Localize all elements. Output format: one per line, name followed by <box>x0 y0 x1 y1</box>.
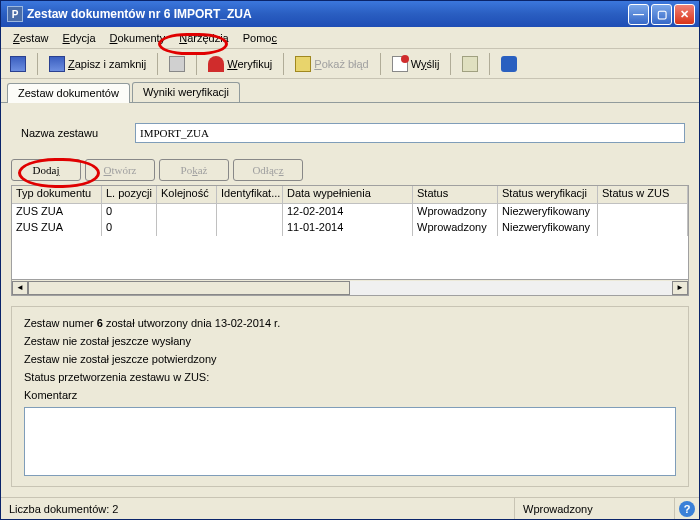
col-data[interactable]: Data wypełnienia <box>283 186 413 203</box>
verify-button[interactable]: Weryfikuj <box>203 52 277 76</box>
col-status-zus[interactable]: Status w ZUS <box>598 186 688 203</box>
show-error-button: Pokaż błąd <box>290 52 373 76</box>
cell-kol <box>157 220 217 236</box>
tab-label: Wyniki weryfikacji <box>143 86 229 98</box>
info-not-confirmed: Zestaw nie został jeszcze potwierdzony <box>24 353 676 365</box>
floppy-close-icon <box>49 56 65 72</box>
col-kol[interactable]: Kolejność <box>157 186 217 203</box>
save-close-button[interactable]: Zapisz i zamknij <box>44 52 151 76</box>
mail-send-icon <box>392 56 408 72</box>
button-label: Weryfikuj <box>227 58 272 70</box>
separator <box>380 53 381 75</box>
window-title: Zestaw dokumentów nr 6 IMPORT_ZUA <box>27 7 628 21</box>
cell-data: 11-01-2014 <box>283 220 413 236</box>
check-icon <box>208 56 224 72</box>
documents-grid[interactable]: Typ dokumentu L. pozycji Kolejność Ident… <box>11 185 689 280</box>
status-doc-count: Liczba dokumentów: 2 <box>1 498 515 519</box>
scroll-left-icon[interactable]: ◄ <box>12 281 28 295</box>
floppy-icon <box>10 56 26 72</box>
printer-icon <box>169 56 185 72</box>
help-button[interactable] <box>496 52 522 76</box>
warning-icon <box>295 56 311 72</box>
menubar: Zestaw Edycja Dokumenty Narzędzia Pomoc <box>1 27 699 49</box>
cell-lp: 0 <box>102 220 157 236</box>
cell-sw: Niezweryfikowany <box>498 220 598 236</box>
menu-label: dycja <box>70 32 96 44</box>
separator <box>283 53 284 75</box>
col-status-weryf[interactable]: Status weryfikacji <box>498 186 598 203</box>
comment-textarea[interactable] <box>24 407 676 476</box>
detach-button: Odłącz <box>233 159 303 181</box>
maximize-button[interactable]: ▢ <box>651 4 672 25</box>
close-button[interactable]: ✕ <box>674 4 695 25</box>
add-button[interactable]: Dodaj <box>11 159 81 181</box>
tab-docs[interactable]: Zestaw dokumentów <box>7 83 130 103</box>
col-status[interactable]: Status <box>413 186 498 203</box>
send-button[interactable]: Wyślij <box>387 52 445 76</box>
cell-sz <box>598 204 688 220</box>
col-id[interactable]: Identyfikat... <box>217 186 283 203</box>
comment-label: Komentarz <box>24 389 676 401</box>
col-typ[interactable]: Typ dokumentu <box>12 186 102 203</box>
info-created: Zestaw numer 6 został utworzony dnia 13-… <box>24 317 676 329</box>
help-icon[interactable]: ? <box>679 501 695 517</box>
status-state: Wprowadzony <box>515 498 675 519</box>
menu-edycja[interactable]: Edycja <box>56 30 101 46</box>
receive-button[interactable] <box>457 52 483 76</box>
cell-typ: ZUS ZUA <box>12 204 102 220</box>
scroll-right-icon[interactable]: ► <box>672 281 688 295</box>
cell-sz <box>598 220 688 236</box>
statusbar: Liczba dokumentów: 2 Wprowadzony ? <box>1 497 699 519</box>
button-label: Odłąc <box>252 164 278 176</box>
button-label: Pokaż błąd <box>314 58 368 70</box>
menu-label: arzędzia <box>187 32 229 44</box>
cell-kol <box>157 204 217 220</box>
info-panel: Zestaw numer 6 został utworzony dnia 13-… <box>11 306 689 487</box>
menu-pomoc[interactable]: Pomoc <box>237 30 283 46</box>
menu-narzedzia[interactable]: Narzędzia <box>173 30 235 46</box>
menu-zestaw[interactable]: Zestaw <box>7 30 54 46</box>
save-button[interactable] <box>5 52 31 76</box>
cell-data: 12-02-2014 <box>283 204 413 220</box>
table-row[interactable]: ZUS ZUA011-01-2014WprowadzonyNiezweryfik… <box>12 220 688 236</box>
button-label: Wyślij <box>411 58 440 70</box>
menu-label: estaw <box>20 32 49 44</box>
button-label: Po <box>181 164 193 176</box>
app-icon: P <box>7 6 23 22</box>
horizontal-scrollbar[interactable]: ◄ ► <box>11 280 689 296</box>
scroll-track[interactable] <box>28 281 672 295</box>
menu-label: okumenty <box>117 32 165 44</box>
cell-typ: ZUS ZUA <box>12 220 102 236</box>
cell-status: Wprowadzony <box>413 220 498 236</box>
table-row[interactable]: ZUS ZUA012-02-2014WprowadzonyNiezweryfik… <box>12 204 688 220</box>
cell-id <box>217 204 283 220</box>
info-zus-status: Status przetworzenia zestawu w ZUS: <box>24 371 676 383</box>
separator <box>450 53 451 75</box>
minimize-button[interactable]: — <box>628 4 649 25</box>
separator <box>157 53 158 75</box>
menu-label: Pomo <box>243 32 272 44</box>
button-label: Doda <box>33 164 57 176</box>
set-name-label: Nazwa zestawu <box>15 127 125 139</box>
set-name-input[interactable] <box>135 123 685 143</box>
cell-id <box>217 220 283 236</box>
grid-body: ZUS ZUA012-02-2014WprowadzonyNiezweryfik… <box>12 204 688 236</box>
titlebar: P Zestaw dokumentów nr 6 IMPORT_ZUA — ▢ … <box>1 1 699 27</box>
button-label: Zapisz i zamknij <box>68 58 146 70</box>
tab-verify-results[interactable]: Wyniki weryfikacji <box>132 82 240 102</box>
open-button: Otwórz <box>85 159 155 181</box>
menu-dokumenty[interactable]: Dokumenty <box>104 30 172 46</box>
tab-label: Zestaw dokumentów <box>18 87 119 99</box>
cell-status: Wprowadzony <box>413 204 498 220</box>
grid-header: Typ dokumentu L. pozycji Kolejność Ident… <box>12 186 688 204</box>
content-area: Nazwa zestawu Dodaj Otwórz Pokaż Odłącz … <box>1 103 699 497</box>
tab-bar: Zestaw dokumentów Wyniki weryfikacji <box>1 79 699 103</box>
cell-lp: 0 <box>102 204 157 220</box>
col-lp[interactable]: L. pozycji <box>102 186 157 203</box>
scroll-thumb[interactable] <box>28 281 350 295</box>
button-label: twórz <box>111 164 136 176</box>
print-button[interactable] <box>164 52 190 76</box>
separator <box>37 53 38 75</box>
toolbar: Zapisz i zamknij Weryfikuj Pokaż błąd Wy… <box>1 49 699 79</box>
show-button: Pokaż <box>159 159 229 181</box>
